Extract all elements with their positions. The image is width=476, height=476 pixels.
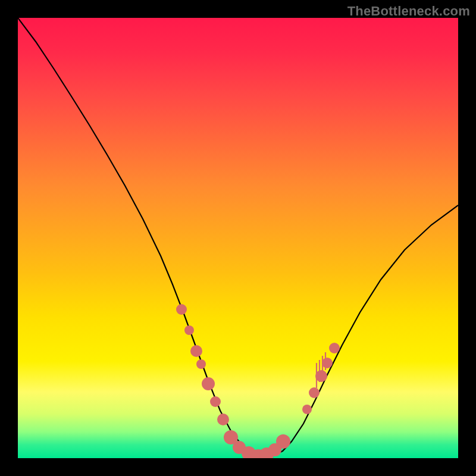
chart-svg xyxy=(18,18,458,458)
marker-dot xyxy=(184,325,194,335)
markers-group xyxy=(176,304,340,458)
curve-line xyxy=(18,18,458,456)
marker-dot xyxy=(202,377,215,390)
watermark-text: TheBottleneck.com xyxy=(347,4,470,19)
plot-area xyxy=(18,18,458,458)
marker-dot xyxy=(176,304,187,315)
marker-dot xyxy=(190,345,202,357)
marker-dot xyxy=(322,358,333,368)
marker-dot xyxy=(315,370,327,382)
marker-dot xyxy=(309,387,320,398)
marker-dot xyxy=(196,359,206,369)
marker-dot xyxy=(302,405,312,414)
marker-dot xyxy=(217,414,229,425)
marker-dot xyxy=(210,396,221,407)
chart-frame: TheBottleneck.com xyxy=(0,0,476,476)
marker-dot xyxy=(329,343,340,353)
marker-dot xyxy=(276,434,290,449)
